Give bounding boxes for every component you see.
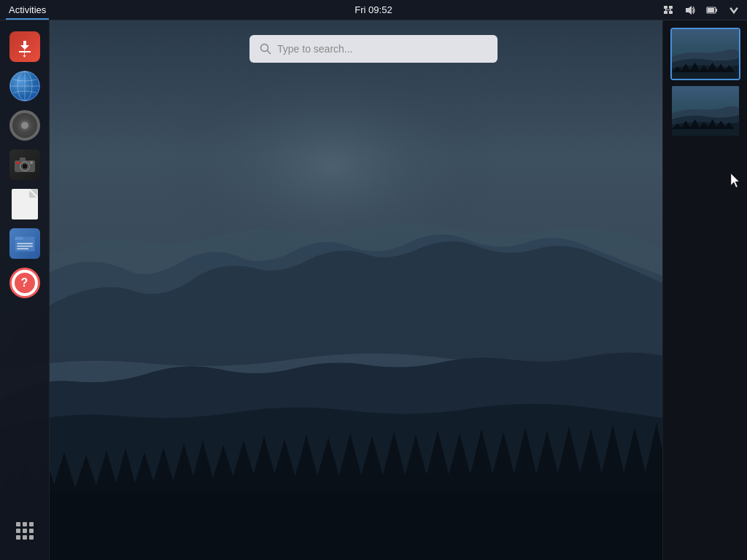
network-icon	[662, 4, 674, 16]
battery-tray-icon[interactable]	[702, 0, 722, 20]
search-input[interactable]	[277, 43, 487, 55]
search-bar[interactable]	[249, 35, 498, 63]
file-icon	[12, 189, 38, 219]
dock-item-help[interactable]: ?	[7, 265, 42, 300]
cursor-indicator	[731, 174, 741, 191]
svg-point-30	[261, 44, 268, 52]
activities-label: Activities	[9, 4, 46, 15]
grid-dot	[29, 529, 34, 533]
workspace-2-thumb[interactable]	[670, 85, 740, 137]
workspace-panel	[662, 20, 747, 560]
svg-marker-7	[686, 6, 692, 15]
volume-icon	[684, 4, 696, 16]
help-question-icon: ?	[15, 273, 35, 293]
clock-display: Fri 09:52	[355, 4, 392, 15]
grid-dot	[29, 522, 34, 526]
help-icon: ?	[9, 268, 40, 298]
workspace-2-preview	[672, 86, 739, 136]
dock-item-camera[interactable]	[7, 147, 42, 182]
desktop	[0, 20, 662, 560]
dock-item-filemanager[interactable]	[7, 226, 42, 261]
globe-icon	[9, 71, 40, 101]
camera-icon	[9, 149, 40, 180]
dock-item-browser[interactable]	[7, 69, 42, 104]
svg-rect-13	[0, 493, 662, 560]
svg-rect-22	[20, 158, 26, 161]
svg-rect-2	[664, 11, 667, 14]
system-menu-button[interactable]	[724, 0, 744, 20]
sound-icon	[9, 110, 40, 141]
svg-rect-14	[19, 51, 31, 52]
svg-rect-10	[716, 9, 717, 12]
search-icon	[260, 43, 271, 55]
battery-icon	[706, 4, 718, 16]
svg-point-21	[22, 163, 28, 169]
grid-dot	[16, 535, 20, 540]
grid-dot	[29, 535, 34, 540]
grid-dot	[16, 522, 20, 526]
system-tray	[658, 0, 747, 20]
workspace-1-thumb[interactable]	[670, 28, 740, 80]
dock: ?	[0, 20, 50, 560]
grid-dot	[23, 529, 27, 533]
dock-item-sound[interactable]	[7, 108, 42, 143]
svg-rect-27	[17, 243, 32, 244]
topbar: Activities Fri 09:52	[0, 0, 747, 20]
grid-dot	[16, 529, 20, 533]
dock-item-installer[interactable]	[7, 29, 42, 64]
cursor-icon	[731, 174, 741, 188]
show-applications-button[interactable]	[7, 513, 42, 548]
search-container	[249, 35, 498, 63]
workspace-1-preview	[672, 29, 739, 79]
svg-point-23	[30, 161, 33, 164]
network-tray-icon[interactable]	[658, 0, 678, 20]
grid-dot	[23, 522, 27, 526]
svg-rect-28	[17, 246, 32, 246]
dock-item-newdoc[interactable]	[7, 187, 42, 222]
installer-icon	[9, 31, 40, 62]
svg-rect-9	[708, 8, 714, 12]
svg-rect-29	[17, 248, 28, 249]
activities-button[interactable]: Activities	[0, 0, 55, 20]
svg-rect-3	[669, 11, 673, 14]
grid-dot	[23, 535, 27, 540]
svg-line-31	[268, 51, 271, 55]
svg-rect-24	[16, 162, 20, 164]
svg-rect-1	[669, 6, 673, 9]
filemanager-icon	[9, 228, 40, 259]
grid-icon	[16, 522, 34, 540]
svg-rect-26	[15, 237, 23, 240]
wallpaper	[0, 20, 662, 560]
sound-cone-icon	[19, 120, 31, 131]
sound-tray-icon[interactable]	[680, 0, 700, 20]
svg-rect-0	[664, 6, 667, 9]
chevron-down-icon	[728, 4, 740, 16]
